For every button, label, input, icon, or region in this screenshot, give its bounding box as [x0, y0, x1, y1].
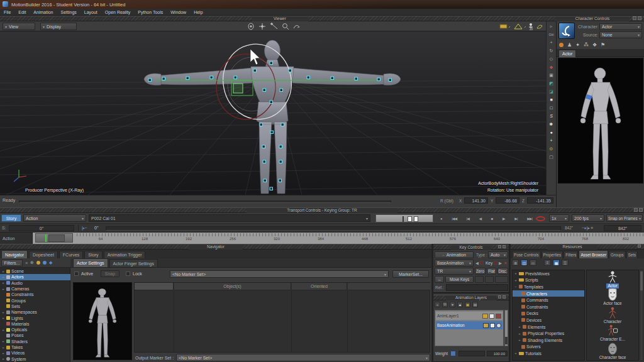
tab-pose-controls[interactable]: Pose Controls	[512, 251, 541, 258]
marker-table[interactable]: Object(s) Oriented	[134, 282, 430, 353]
delete-key-icon[interactable]: ✕	[504, 261, 507, 266]
next-key-button[interactable]: ▶|	[514, 216, 517, 221]
texture-mode-icon[interactable]: ◪	[548, 88, 555, 95]
pentagon-filter-icon[interactable]: ◆	[49, 260, 52, 265]
menu-animation[interactable]: Animation	[30, 9, 57, 15]
asset-tree-commands[interactable]: Commands	[513, 297, 584, 304]
tree-item-videos[interactable]: +Videos	[0, 350, 70, 356]
asset-item-actor[interactable]: Actor	[606, 271, 619, 288]
scale-tool-icon[interactable]: ◇	[548, 55, 555, 62]
scrollbar-thumb[interactable]	[640, 272, 643, 290]
character-select[interactable]: Actor ▾	[599, 23, 642, 30]
key-option-button-3[interactable]	[495, 276, 508, 283]
loop-toggle-icon[interactable]	[536, 216, 545, 221]
weight-handle[interactable]	[450, 351, 456, 356]
tree-item-shaders[interactable]: +Shaders	[0, 339, 70, 344]
asset-tree-tutorials[interactable]: +Tutorials	[513, 350, 584, 357]
menu-window[interactable]: Window	[167, 9, 190, 15]
layer-folder-icon[interactable]: ▣	[465, 302, 470, 307]
new-layer-icon[interactable]: +	[435, 302, 440, 307]
col-header-oriented[interactable]: Oriented	[292, 283, 347, 290]
tree-item-materials[interactable]: Materials	[0, 321, 70, 327]
active-state-icon[interactable]	[559, 43, 564, 47]
tab-navigator[interactable]: Navigator	[1, 250, 28, 258]
layer-mute-icon[interactable]	[496, 314, 501, 319]
viewport-3d[interactable]: Producer Perspective (X-Ray) ActorBodyMe…	[0, 31, 546, 195]
layer-solo-icon[interactable]	[489, 314, 494, 319]
range-track[interactable]	[106, 226, 561, 231]
asset-item-character-extension[interactable]: Character E...	[599, 324, 626, 342]
viewer-display-icons[interactable]: 20	[499, 22, 543, 31]
layer-settings-icon[interactable]: ▤	[472, 302, 478, 307]
tab-story[interactable]: Story	[84, 251, 102, 258]
rotation-y-value[interactable]: -86.68	[496, 197, 519, 204]
char-panel-close-button[interactable]	[638, 16, 641, 20]
tab-actor-settings[interactable]: Actor Settings	[73, 258, 108, 267]
prev-key-arrow[interactable]: ◀	[475, 261, 479, 266]
menu-help[interactable]: Help	[190, 9, 206, 15]
tree-item-lights[interactable]: +Lights	[0, 315, 70, 321]
fps-select[interactable]: 200 fps ▾	[572, 214, 604, 222]
tree-item-opticals[interactable]: +Opticals	[0, 327, 70, 332]
tab-actor-finger-settings[interactable]: Actor Finger Settings	[109, 259, 158, 267]
anim-layers-minimize[interactable]	[498, 295, 501, 299]
light-icon[interactable]: ⊙	[548, 145, 555, 152]
tab-asset-browser[interactable]: Asset Browser	[579, 250, 608, 258]
playhead-line[interactable]	[45, 234, 47, 242]
disc-button[interactable]: Disc.	[497, 268, 508, 275]
end-time-field[interactable]: 842"	[604, 225, 641, 231]
menu-file[interactable]: File	[0, 9, 14, 15]
scale-handle-a[interactable]	[408, 216, 412, 222]
cube-wire-icon[interactable]: □	[548, 104, 555, 111]
frame-tool-icon[interactable]: ▣	[548, 72, 555, 79]
duplicate-layer-icon[interactable]: ⧉	[442, 302, 448, 307]
timeline-scale-widget[interactable]	[375, 214, 433, 222]
actor-preview[interactable]	[73, 282, 132, 360]
layer-lock-icon[interactable]	[483, 323, 489, 328]
stance-icon[interactable]: ♟	[567, 42, 572, 48]
global-space-toggle[interactable]: Gbl	[548, 31, 555, 38]
keying-group-select[interactable]: TR ▾	[435, 268, 474, 275]
layer-clock-icon[interactable]	[496, 323, 501, 328]
menu-edit[interactable]: Edit	[14, 9, 30, 15]
animation-mode-button[interactable]: − Animation	[435, 251, 474, 258]
zero-button[interactable]: Zero	[475, 268, 486, 275]
playhead-slot[interactable]	[35, 233, 73, 243]
move-keys-toggle[interactable]: ▭	[435, 276, 444, 283]
frame-all-icon[interactable]: ▢	[548, 153, 555, 160]
resources-scrollbar[interactable]	[640, 270, 643, 361]
key-controls-minimize[interactable]	[498, 245, 501, 248]
tree-item-actors[interactable]: +Actors	[0, 274, 70, 280]
asset-tree-physical-properties[interactable]: +Physical Properties	[513, 330, 584, 337]
marker-set-select[interactable]: <No Marker Set> ▾	[170, 270, 389, 278]
tree-item-audio[interactable]: +Audio	[0, 280, 70, 286]
resources-menu-button[interactable]	[638, 244, 641, 248]
tab-dopesheet[interactable]: Dopesheet	[29, 251, 58, 258]
tab-sets[interactable]: Sets	[626, 251, 638, 258]
single-view-icon[interactable]: ▭	[530, 260, 536, 266]
merge-layer-icon[interactable]: ▲	[457, 302, 463, 307]
detail-mode-icon[interactable]: ☰	[562, 260, 569, 266]
key-option-button-2[interactable]	[485, 276, 494, 283]
asset-item-character-face[interactable]: Character face	[598, 343, 628, 360]
key-option-button-1[interactable]	[475, 276, 484, 283]
ref-field[interactable]	[446, 284, 508, 291]
transport-minimize-button[interactable]	[634, 208, 638, 212]
view-menu-button[interactable]: ▾ View	[3, 23, 35, 30]
play-backwards-button[interactable]: ◀	[479, 216, 482, 221]
tree-view-icon[interactable]: ≣	[512, 260, 519, 266]
markerset-button[interactable]: MarkerSet...	[392, 270, 429, 278]
output-marker-select[interactable]: <No Marker Set> ▾	[176, 354, 430, 361]
menu-layout[interactable]: Layout	[80, 9, 101, 15]
record-button[interactable]: ●	[440, 217, 442, 221]
tab-groups[interactable]: Groups	[609, 251, 626, 258]
rotation-z-value[interactable]: -141.35	[527, 197, 553, 204]
flag-icon[interactable]: ⚑	[601, 42, 605, 48]
layer-solo-icon[interactable]	[490, 323, 495, 328]
story-toggle[interactable]: Story	[1, 214, 21, 222]
action-mode-select[interactable]: Action ▾	[23, 214, 86, 222]
char-panel-minimize-button[interactable]	[633, 16, 636, 20]
range-end-icons[interactable]: −●|▸ ≡	[582, 226, 593, 231]
menu-python-tools[interactable]: Python Tools	[134, 9, 167, 15]
cross-icon[interactable]: +	[548, 137, 555, 144]
